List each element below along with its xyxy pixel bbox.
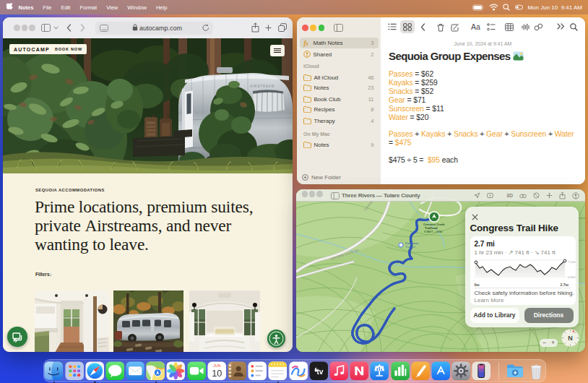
svg-text:10: 10 — [212, 368, 222, 379]
svg-text:N: N — [568, 335, 573, 342]
svg-text:Trail Jct: Trail Jct — [405, 245, 416, 249]
svg-text:7,100: 7,100 — [568, 260, 576, 264]
svg-text:6,800: 6,800 — [568, 275, 576, 279]
svg-text:START + END: START + END — [424, 230, 443, 233]
svg-text:tv: tv — [316, 367, 323, 375]
